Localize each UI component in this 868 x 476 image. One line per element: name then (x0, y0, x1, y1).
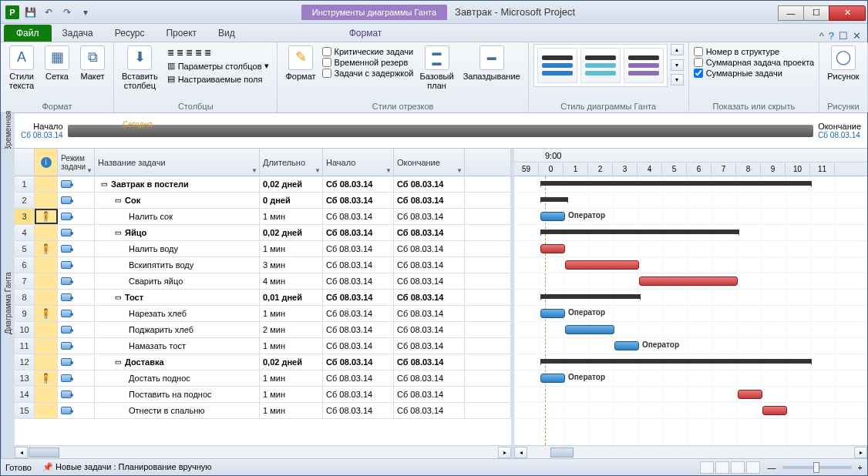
close-button[interactable]: ✕ (829, 5, 866, 21)
gallery-down-icon[interactable]: ▾ (671, 59, 684, 71)
mode-cell[interactable] (58, 209, 95, 224)
indicator-cell[interactable]: 🧍 (35, 306, 58, 321)
duration-cell[interactable]: 1 мин (260, 306, 323, 321)
table-row[interactable]: 13🧍Достать поднос1 минСб 08.03.14Сб 08.0… (15, 370, 511, 387)
indicator-cell[interactable]: 🧍 (35, 241, 58, 256)
duration-cell[interactable]: 3 мин (260, 257, 323, 273)
table-row[interactable]: 1▭Завтрак в постели0,02 днейСб 08.03.14С… (15, 176, 511, 193)
row-number[interactable]: 9 (15, 306, 35, 321)
finish-cell[interactable]: Сб 08.03.14 (394, 387, 465, 402)
duration-cell[interactable]: 0,02 дней (260, 176, 323, 192)
row-number[interactable]: 4 (15, 225, 35, 240)
extra-cell[interactable] (465, 370, 511, 386)
name-cell[interactable]: Налить воду (95, 241, 260, 256)
minimize-button[interactable]: — (778, 5, 804, 21)
extra-cell[interactable] (465, 257, 511, 273)
table-row[interactable]: 4▭Яйцо0,02 днейСб 08.03.14Сб 08.03.14 (15, 225, 511, 241)
header-finish[interactable]: Окончание▼ (394, 149, 465, 176)
insert-column-button[interactable]: ⬇Вставить столбец (119, 44, 161, 92)
name-cell[interactable]: ▭Доставка (95, 354, 260, 370)
timeline-bar[interactable] (68, 125, 813, 137)
tab-project[interactable]: Проект (155, 25, 207, 42)
name-cell[interactable]: Достать поднос (95, 370, 260, 386)
mode-cell[interactable] (58, 241, 95, 256)
name-cell[interactable]: Поджарить хлеб (95, 322, 260, 337)
mode-cell[interactable] (58, 290, 95, 305)
extra-cell[interactable] (465, 306, 511, 321)
row-number[interactable]: 11 (15, 338, 35, 354)
finish-cell[interactable]: Сб 08.03.14 (394, 290, 465, 305)
table-row[interactable]: 2▭Сок0 днейСб 08.03.14Сб 08.03.14 (15, 193, 511, 209)
mode-cell[interactable] (58, 387, 95, 402)
name-cell[interactable]: ▭Яйцо (95, 225, 260, 240)
mode-cell[interactable] (58, 322, 95, 337)
start-cell[interactable]: Сб 08.03.14 (323, 370, 394, 386)
start-cell[interactable]: Сб 08.03.14 (323, 257, 394, 273)
indicator-cell[interactable] (35, 338, 58, 354)
duration-cell[interactable]: 0 дней (260, 193, 323, 208)
task-bar[interactable] (540, 244, 565, 253)
finish-cell[interactable]: Сб 08.03.14 (394, 322, 465, 337)
gridlines-button[interactable]: ▦Сетка (41, 44, 73, 82)
indicator-cell[interactable] (35, 387, 58, 402)
extra-cell[interactable] (465, 403, 511, 418)
name-cell[interactable]: Сварить яйцо (95, 273, 260, 289)
zoom-slider[interactable] (782, 466, 852, 469)
qat-dropdown-icon[interactable]: ▾ (78, 5, 93, 20)
gantt-row[interactable] (514, 225, 867, 241)
gantt-body[interactable]: ОператорОператорОператорОператор (514, 176, 867, 445)
redo-icon[interactable]: ↷ (59, 5, 75, 20)
task-bar[interactable] (565, 260, 639, 270)
align-buttons[interactable]: ≣ ≣ ≣ ≣ ≣ (164, 47, 273, 59)
summary-bar[interactable] (540, 230, 739, 234)
duration-cell[interactable]: 0,02 дней (260, 354, 323, 370)
collapse-icon[interactable]: ▭ (101, 180, 108, 188)
name-cell[interactable]: ▭Завтрак в постели (95, 176, 260, 192)
indicator-cell[interactable]: 🧍 (35, 370, 58, 386)
row-number[interactable]: 6 (15, 257, 35, 273)
baseline-button[interactable]: ▬▬Базовый план (416, 44, 456, 92)
row-number[interactable]: 10 (15, 322, 35, 337)
summary-bar[interactable] (540, 197, 568, 202)
ribbon-minimize-icon[interactable]: ^ (819, 30, 824, 42)
name-cell[interactable]: ▭Сок (95, 193, 260, 208)
finish-cell[interactable]: Сб 08.03.14 (394, 338, 465, 354)
tab-resource[interactable]: Ресурс (104, 25, 156, 42)
duration-cell[interactable]: 0,01 дней (260, 290, 323, 305)
gantt-row[interactable] (514, 273, 867, 290)
name-cell[interactable]: Намазать тост (95, 338, 260, 354)
gallery-up-icon[interactable]: ▴ (671, 44, 684, 55)
row-number[interactable]: 1 (15, 176, 35, 192)
row-number[interactable]: 2 (15, 193, 35, 208)
drawing-button[interactable]: ◯Рисунок (824, 44, 863, 82)
start-cell[interactable]: Сб 08.03.14 (323, 209, 394, 224)
mode-cell[interactable] (58, 306, 95, 321)
zoom-out-icon[interactable]: — (768, 463, 776, 472)
finish-cell[interactable]: Сб 08.03.14 (394, 257, 465, 273)
collapse-icon[interactable]: ▭ (115, 196, 122, 204)
row-number[interactable]: 8 (15, 290, 35, 305)
finish-cell[interactable]: Сб 08.03.14 (394, 193, 465, 208)
gantt-row[interactable] (514, 193, 867, 209)
finish-cell[interactable]: Сб 08.03.14 (394, 225, 465, 240)
task-bar[interactable] (762, 406, 787, 415)
start-cell[interactable]: Сб 08.03.14 (323, 176, 394, 192)
custom-fields-button[interactable]: ▤ Настраиваемые поля (164, 73, 273, 85)
mode-cell[interactable] (58, 338, 95, 354)
duration-cell[interactable]: 1 мин (260, 387, 323, 402)
tab-format[interactable]: Формат (338, 25, 393, 42)
extra-cell[interactable] (465, 176, 511, 192)
gantt-row[interactable]: Оператор (514, 370, 867, 387)
maximize-button[interactable]: ☐ (803, 5, 829, 21)
duration-cell[interactable]: 1 мин (260, 209, 323, 224)
finish-cell[interactable]: Сб 08.03.14 (394, 273, 465, 289)
gantt-row[interactable]: Оператор (514, 209, 867, 225)
table-row[interactable]: 3🧍Налить сок1 минСб 08.03.14Сб 08.03.14 (15, 209, 511, 225)
view-button-4[interactable] (746, 461, 760, 474)
gantt-hscroll[interactable]: ◂▸ (514, 445, 867, 458)
name-cell[interactable]: Отнести в спальню (95, 403, 260, 418)
project-summary-checkbox[interactable]: Суммарная задача проекта (694, 58, 815, 67)
start-cell[interactable]: Сб 08.03.14 (323, 306, 394, 321)
gantt-view-tab[interactable]: Диаграмма Ганта (1, 149, 15, 458)
tab-task[interactable]: Задача (52, 25, 104, 42)
